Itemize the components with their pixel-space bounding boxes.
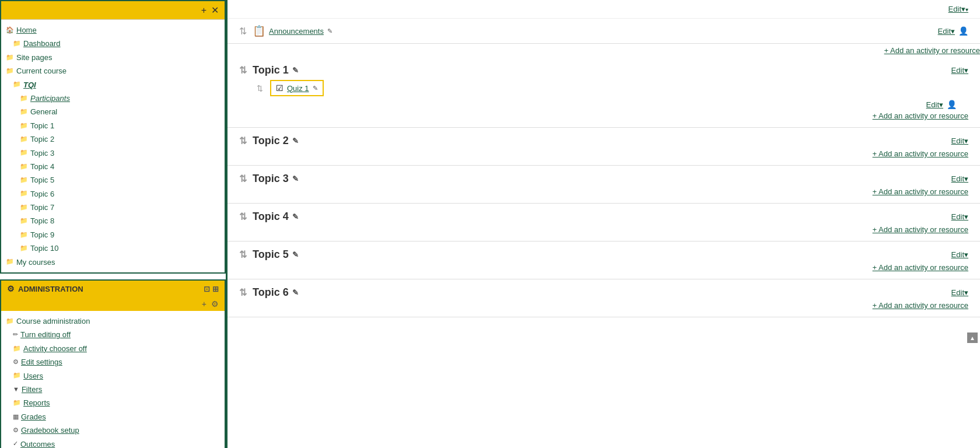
reports-folder-icon: 📁 bbox=[13, 397, 21, 409]
top-edit-link[interactable]: Edit▾ bbox=[949, 5, 968, 13]
announcements-edit-icon[interactable]: ✎ bbox=[327, 27, 332, 35]
topic4-title-text: Topic 4 bbox=[253, 211, 289, 223]
nav-item-tqi[interactable]: 📁 TQI bbox=[6, 78, 220, 92]
topic3-edit-icon[interactable]: ✎ bbox=[292, 174, 299, 183]
nav-item-home[interactable]: 🏠 Home bbox=[6, 23, 220, 37]
admin-item-gradebook-setup[interactable]: ⚙ Gradebook setup bbox=[6, 424, 220, 437]
admin-add-icon[interactable]: + bbox=[202, 299, 206, 309]
add-activity-link-topic2[interactable]: Add an activity or resource bbox=[873, 149, 968, 158]
topic4-edit-icon[interactable]: ✎ bbox=[292, 212, 299, 221]
section-topic2: ⇅ Topic 2 ✎ Edit▾ Add an activity or res… bbox=[228, 128, 980, 166]
outcomes-link[interactable]: Outcomes bbox=[20, 438, 55, 448]
admin-block: ⚙ ADMINISTRATION ⊡ ⊞ + ⚙ 📁 Course admini… bbox=[0, 279, 226, 448]
nav-header: + ✕ bbox=[1, 1, 225, 20]
topic4-label: Topic 4 bbox=[30, 160, 54, 173]
quiz-box[interactable]: ☑ Quiz 1 ✎ bbox=[270, 80, 324, 96]
my-courses-label: My courses bbox=[16, 256, 55, 269]
participants-link[interactable]: Participants bbox=[30, 92, 70, 105]
topic3-edit-link[interactable]: Edit▾ bbox=[951, 174, 968, 183]
add-activity-link-topic5[interactable]: Add an activity or resource bbox=[873, 263, 968, 272]
admin-item-grades[interactable]: ▦ Grades bbox=[6, 410, 220, 424]
nav-add-icon[interactable]: + bbox=[201, 5, 206, 16]
add-activity-link-topic6[interactable]: Add an activity or resource bbox=[873, 301, 968, 310]
topic2-edit-link[interactable]: Edit▾ bbox=[951, 136, 968, 145]
quiz-edit-row: Edit▾ 👤 bbox=[239, 100, 968, 109]
nav-item-topic7: 📁 Topic 7 bbox=[6, 201, 220, 214]
gradebook-setup-link[interactable]: Gradebook setup bbox=[21, 424, 79, 437]
add-activity-link-topic1[interactable]: Add an activity or resource bbox=[873, 111, 968, 120]
topic2-edit-icon[interactable]: ✎ bbox=[292, 136, 299, 145]
grades-icon: ▦ bbox=[13, 411, 19, 423]
topic5-folder-icon: 📁 bbox=[20, 174, 28, 186]
announcements-link[interactable]: Announcements bbox=[269, 27, 324, 36]
drag-handle-announcements[interactable]: ⇅ bbox=[239, 26, 247, 37]
add-activity-link-topic3[interactable]: Add an activity or resource bbox=[873, 187, 968, 196]
drag-handle-topic2[interactable]: ⇅ bbox=[239, 135, 247, 146]
section-title-topic6: ⇅ Topic 6 ✎ bbox=[239, 286, 299, 299]
drag-handle-topic5[interactable]: ⇅ bbox=[239, 249, 247, 260]
topic1-folder-icon: 📁 bbox=[20, 120, 28, 132]
topic10-label: Topic 10 bbox=[30, 242, 58, 255]
tqi-folder-icon: 📁 bbox=[13, 79, 21, 90]
pencil-icon: ✏ bbox=[13, 329, 18, 341]
course-admin-label: Course administration bbox=[16, 314, 90, 328]
scroll-to-top-button[interactable]: ▲ bbox=[967, 332, 978, 343]
admin-item-edit-settings[interactable]: ⚙ Edit settings bbox=[6, 355, 220, 369]
quiz1-link[interactable]: Quiz 1 bbox=[287, 84, 309, 93]
admin-subheader: + ⚙ bbox=[1, 297, 225, 311]
drag-handle-topic4[interactable]: ⇅ bbox=[239, 211, 247, 222]
admin-item-reports[interactable]: 📁 Reports bbox=[6, 396, 220, 410]
topic6-edit-link[interactable]: Edit▾ bbox=[951, 288, 968, 297]
gradebook-gear-icon: ⚙ bbox=[13, 425, 19, 436]
admin-item-users[interactable]: 📁 Users bbox=[6, 369, 220, 383]
drag-handle-topic3[interactable]: ⇅ bbox=[239, 173, 247, 184]
admin-item-turn-editing-off[interactable]: ✏ Turn editing off bbox=[6, 328, 220, 341]
admin-minimize-icon[interactable]: ⊡ bbox=[204, 285, 210, 293]
nav-item-topic5: 📁 Topic 5 bbox=[6, 173, 220, 187]
admin-expand-icon[interactable]: ⊞ bbox=[212, 285, 219, 293]
edit-settings-link[interactable]: Edit settings bbox=[21, 355, 62, 369]
nav-item-participants[interactable]: 📁 Participants bbox=[6, 92, 220, 105]
drag-handle-topic6[interactable]: ⇅ bbox=[239, 287, 247, 298]
reports-link[interactable]: Reports bbox=[23, 396, 50, 410]
topic5-edit-icon[interactable]: ✎ bbox=[292, 250, 299, 259]
nav-close-icon[interactable]: ✕ bbox=[211, 5, 219, 16]
topic2-label: Topic 2 bbox=[30, 132, 54, 146]
quiz-edit-link[interactable]: Edit▾ bbox=[926, 100, 943, 109]
add-resource-row-top: Add an activity or resource bbox=[228, 44, 980, 57]
admin-config-icon[interactable]: ⚙ bbox=[211, 299, 219, 309]
dashboard-link[interactable]: Dashboard bbox=[23, 37, 61, 50]
admin-item-outcomes[interactable]: ✓ Outcomes bbox=[6, 438, 220, 448]
nav-tree: 🏠 Home 📁 Dashboard 📁 Site pages 📁 Curren… bbox=[1, 20, 225, 272]
home-link[interactable]: Home bbox=[16, 23, 37, 37]
drag-handle-quiz[interactable]: ⇅ bbox=[257, 84, 263, 93]
nav-item-dashboard[interactable]: 📁 Dashboard bbox=[6, 37, 220, 50]
topic5-edit-link[interactable]: Edit▾ bbox=[951, 250, 968, 259]
topic4-folder-icon: 📁 bbox=[20, 161, 28, 173]
admin-item-filters[interactable]: ▼ Filters bbox=[6, 383, 220, 396]
admin-item-activity-chooser[interactable]: 📁 Activity chooser off bbox=[6, 342, 220, 355]
announcements-row: ⇅ 📋 Announcements ✎ Edit▾ 👤 bbox=[228, 19, 980, 44]
tqi-link[interactable]: TQI bbox=[23, 78, 36, 92]
announcements-left: ⇅ 📋 Announcements ✎ bbox=[239, 24, 332, 37]
quiz1-edit-icon[interactable]: ✎ bbox=[313, 85, 318, 92]
section-topic3: ⇅ Topic 3 ✎ Edit▾ Add an activity or res… bbox=[228, 166, 980, 204]
filters-link[interactable]: Filters bbox=[22, 383, 42, 396]
activity-chooser-link[interactable]: Activity chooser off bbox=[23, 342, 87, 355]
add-activity-link-topic4[interactable]: Add an activity or resource bbox=[873, 225, 968, 234]
filters-icon: ▼ bbox=[13, 384, 19, 396]
topic7-folder-icon: 📁 bbox=[20, 202, 28, 214]
section-header-topic2: ⇅ Topic 2 ✎ Edit▾ bbox=[239, 135, 968, 147]
participants-folder-icon: 📁 bbox=[20, 93, 28, 104]
drag-handle-topic1[interactable]: ⇅ bbox=[239, 65, 247, 76]
users-link[interactable]: Users bbox=[23, 369, 43, 383]
topic6-edit-icon[interactable]: ✎ bbox=[292, 288, 299, 297]
topic1-edit-link[interactable]: Edit▾ bbox=[951, 66, 968, 75]
grades-link[interactable]: Grades bbox=[21, 410, 46, 424]
add-activity-link-top[interactable]: Add an activity or resource bbox=[884, 46, 980, 55]
topic1-edit-icon[interactable]: ✎ bbox=[292, 66, 299, 75]
turn-editing-off-link[interactable]: Turn editing off bbox=[20, 328, 71, 341]
topic4-edit-link[interactable]: Edit▾ bbox=[951, 212, 968, 221]
nav-item-topic4: 📁 Topic 4 bbox=[6, 160, 220, 173]
announcements-edit-link[interactable]: Edit▾ bbox=[938, 27, 955, 36]
